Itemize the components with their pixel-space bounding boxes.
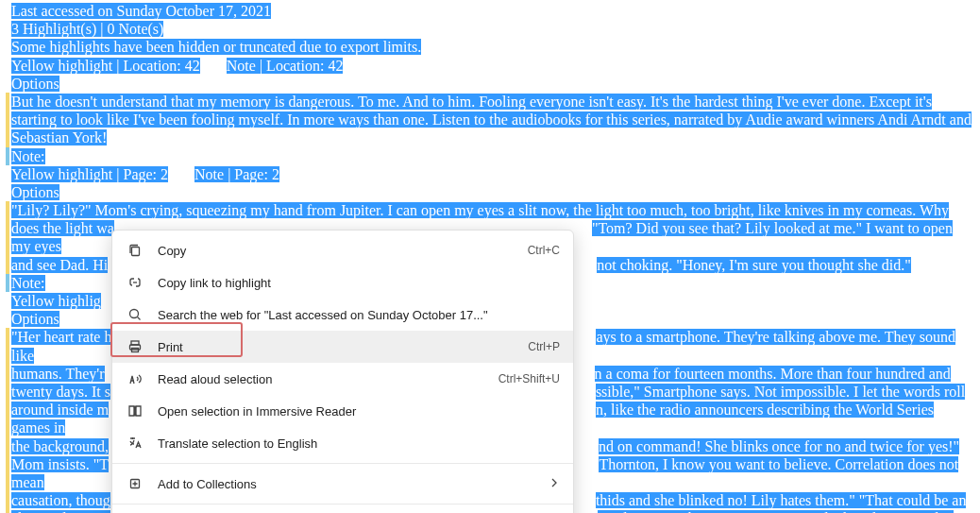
- highlight2-tag1: Yellow highlight | Page: 2: [11, 166, 168, 182]
- menu-read-aloud-label: Read aloud selection: [158, 372, 498, 386]
- menu-copy-link-label: Copy link to highlight: [158, 276, 560, 290]
- highlight3-l7a: causation, thoug: [11, 492, 110, 508]
- menu-separator-2: [112, 504, 573, 504]
- highlight3-l5b: nd on command! She blinks once for no an…: [599, 438, 959, 454]
- text-last-accessed: Last accessed on Sunday October 17, 2021: [11, 3, 271, 19]
- menu-collections[interactable]: Add to Collections: [112, 468, 573, 500]
- svg-point-1: [130, 310, 139, 318]
- highlight3-l3b: ssible," Smartphone says. Not impossible…: [596, 384, 965, 400]
- collections-icon: [126, 474, 144, 493]
- context-menu: Copy Ctrl+C Copy link to highlight Searc…: [111, 230, 574, 513]
- menu-more[interactable]: [112, 508, 573, 513]
- immersive-reader-icon: [126, 402, 144, 420]
- menu-copy-shortcut: Ctrl+C: [528, 244, 560, 257]
- menu-search[interactable]: Search the web for "Last accessed on Sun…: [112, 299, 573, 331]
- highlight1-body: But he doesn't understand that my memory…: [11, 94, 972, 145]
- menu-separator: [112, 463, 573, 464]
- menu-read-aloud-shortcut: Ctrl+Shift+U: [498, 372, 560, 385]
- highlight3-l7b: thids and she blinked no! Lily hates the…: [596, 492, 967, 508]
- menu-read-aloud[interactable]: Read aloud selection Ctrl+Shift+U: [112, 363, 573, 395]
- highlight1-tag1: Yellow highlight | Location: 42: [11, 58, 200, 74]
- highlight2-body-l3a: and see Dad. Hi: [11, 257, 108, 273]
- highlight3-l6a: Mom insists. "T: [11, 456, 109, 472]
- menu-collections-label: Add to Collections: [158, 477, 541, 491]
- text-counts: 3 Highlight(s) | 0 Note(s): [11, 21, 163, 37]
- menu-immersive[interactable]: Open selection in Immersive Reader: [112, 395, 573, 427]
- menu-print-shortcut: Ctrl+P: [528, 340, 560, 353]
- search-icon: [126, 305, 144, 324]
- highlight2-note: Note:: [11, 275, 45, 291]
- highlight3-l4a: around inside m: [11, 402, 109, 418]
- svg-rect-0: [132, 248, 140, 256]
- highlight3-tag1: Yellow highlig: [11, 293, 101, 309]
- highlight3-l2a: humans. They'r: [11, 366, 105, 382]
- copy-icon: [126, 241, 144, 260]
- translate-icon: [126, 434, 144, 453]
- menu-copy-link[interactable]: Copy link to highlight: [112, 266, 573, 299]
- menu-search-label: Search the web for "Last accessed on Sun…: [158, 308, 560, 322]
- highlight3-options[interactable]: Options: [11, 311, 59, 327]
- highlight2-body-l3b: not choking. "Honey, I'm sure you though…: [597, 257, 911, 273]
- highlight2-tag2: Note | Page: 2: [194, 166, 279, 182]
- menu-translate-label: Translate selection to English: [158, 436, 560, 451]
- highlight3-l3a: twenty days. It s: [11, 384, 110, 400]
- print-icon: [126, 337, 144, 356]
- text-warning: Some highlights have been hidden or trun…: [11, 39, 421, 55]
- menu-translate[interactable]: Translate selection to English: [112, 427, 573, 459]
- chevron-right-icon: [549, 477, 560, 491]
- menu-immersive-label: Open selection in Immersive Reader: [158, 404, 560, 419]
- link-highlight-icon: [126, 273, 144, 292]
- highlight2-options[interactable]: Options: [11, 184, 59, 200]
- highlight3-l1a: "Her heart rate h: [11, 329, 111, 345]
- menu-print[interactable]: Print Ctrl+P: [112, 331, 573, 363]
- highlight3-l2b: n a coma for fourteen months. More than …: [595, 366, 951, 382]
- menu-copy-label: Copy: [158, 244, 528, 258]
- highlight1-tag2: Note | Location: 42: [227, 58, 344, 74]
- highlight2-body-l2a: does the light wa: [11, 220, 114, 236]
- highlight2-body-l1: "Lily? Lily?" Mom's crying, squeezing my…: [11, 202, 949, 218]
- menu-print-label: Print: [158, 340, 528, 354]
- highlight1-options[interactable]: Options: [11, 76, 59, 92]
- highlight1-note: Note:: [11, 148, 45, 164]
- highlight3-l5a: the background,: [11, 438, 109, 454]
- read-aloud-icon: [126, 369, 144, 388]
- menu-copy[interactable]: Copy Ctrl+C: [112, 234, 573, 266]
